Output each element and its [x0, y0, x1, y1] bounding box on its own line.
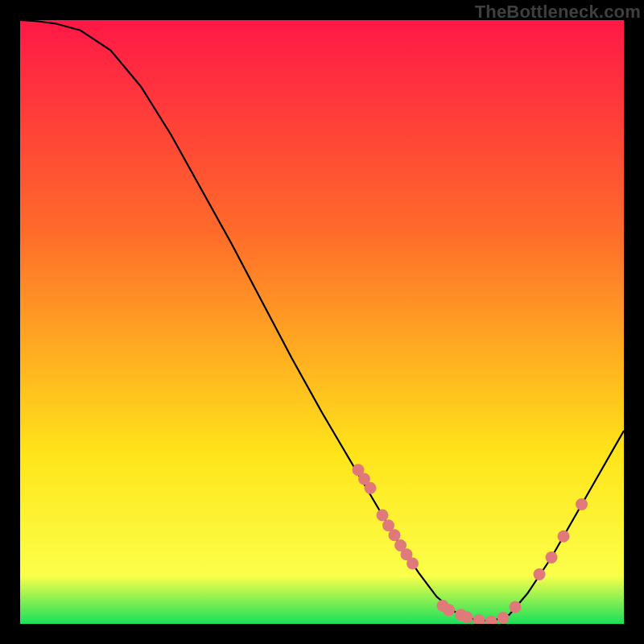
marker-dot	[389, 529, 401, 541]
chart-frame	[20, 20, 624, 624]
chart-svg	[20, 20, 624, 624]
marker-dot	[377, 510, 389, 522]
marker-dot	[558, 530, 570, 543]
marker-dot	[461, 611, 473, 623]
heatmap-bg	[20, 20, 624, 624]
marker-dot	[407, 558, 419, 570]
marker-dot	[510, 601, 522, 613]
marker-dot	[497, 612, 510, 624]
marker-dot	[443, 604, 455, 616]
marker-dot	[365, 482, 377, 494]
marker-dot	[534, 568, 546, 580]
marker-dot	[576, 498, 588, 510]
watermark-text: TheBottleneck.com	[475, 2, 641, 23]
marker-dot	[546, 551, 558, 564]
